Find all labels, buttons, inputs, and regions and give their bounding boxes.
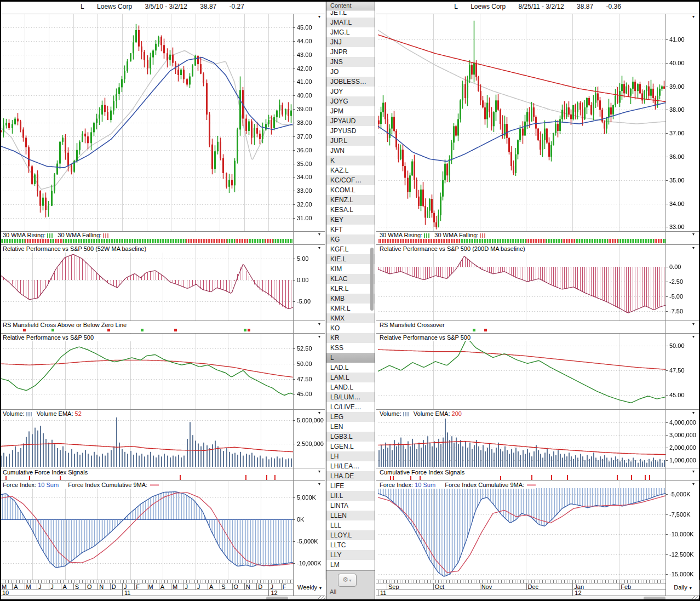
volume-chart-weekly[interactable] — [0, 409, 293, 468]
list-item[interactable]: JMG.L — [326, 27, 375, 37]
list-item[interactable]: JO — [326, 67, 375, 77]
list-item[interactable]: LAND.L — [326, 382, 375, 392]
list-item[interactable]: JPYUSD — [326, 126, 375, 136]
panel-menu-icon[interactable]: ▾ — [318, 232, 320, 237]
list-item[interactable]: LLTC — [326, 540, 375, 550]
list-item[interactable]: LAD.L — [326, 363, 375, 373]
panel-menu-icon[interactable]: ▾ — [692, 335, 695, 339]
panel-menu-icon[interactable]: ▾ — [318, 15, 320, 19]
price-chart-weekly[interactable] — [0, 14, 293, 231]
list-item[interactable]: LLL — [326, 520, 375, 530]
list-item[interactable]: LGEN.L — [326, 442, 375, 451]
axis-tick — [293, 563, 295, 564]
force-index-label: Force Index: — [380, 482, 413, 488]
list-item[interactable]: LEN — [326, 422, 375, 432]
list-item[interactable]: KENZ.L — [326, 195, 375, 205]
list-item[interactable]: KAZ.L — [326, 165, 375, 175]
force-sum-label: 10 Sum — [415, 482, 435, 488]
rs-chart-weekly[interactable] — [0, 333, 293, 409]
list-item[interactable]: LLY — [326, 550, 375, 560]
list-item[interactable]: JOYG — [326, 96, 375, 106]
axis-label: 5,000K — [297, 494, 316, 501]
list-item[interactable]: LII.L — [326, 491, 375, 501]
list-item[interactable]: KFT — [326, 225, 375, 234]
panel-menu-icon[interactable]: ▾ — [692, 232, 695, 237]
list-item[interactable]: JUP.L — [326, 136, 375, 146]
list-item-selected[interactable]: L — [326, 353, 375, 363]
panel-menu-icon[interactable]: ▾ — [318, 246, 320, 250]
list-item[interactable]: LB/LUM… — [326, 392, 375, 402]
list-item[interactable]: JPM — [326, 106, 375, 116]
list-item[interactable]: JOBLESS… — [326, 77, 375, 87]
list-item[interactable]: LEG — [326, 412, 375, 422]
rs-baseline-chart-weekly[interactable] — [0, 244, 293, 320]
list-item[interactable]: KO — [326, 323, 375, 333]
timeframe-selector-daily[interactable]: Daily▾ — [665, 580, 699, 596]
list-item[interactable]: KESA.L — [326, 205, 375, 215]
axis-label: 2,500,000 — [297, 440, 324, 447]
list-item[interactable]: JET.L — [326, 11, 375, 18]
list-item[interactable]: LINTA — [326, 501, 375, 511]
panel-menu-icon[interactable]: ▾ — [692, 15, 695, 19]
panel-menu-icon[interactable]: ▾ — [692, 470, 695, 474]
list-item[interactable]: JMAT.L — [326, 18, 375, 27]
axis-label: 34.00 — [669, 201, 685, 207]
list-item[interactable]: JOY — [326, 87, 375, 96]
rs-chart-daily[interactable] — [378, 333, 665, 409]
list-item[interactable]: KEY — [326, 215, 375, 225]
force-index-chart-daily[interactable] — [378, 480, 665, 580]
list-item[interactable]: KLAC — [326, 274, 375, 284]
list-item[interactable]: LH/LEA… — [326, 461, 375, 471]
list-item[interactable]: LGB3.L — [326, 432, 375, 442]
rs-baseline-chart-daily[interactable] — [378, 244, 665, 320]
list-item[interactable]: KG — [326, 234, 375, 244]
list-item[interactable]: JNJ — [326, 37, 375, 47]
list-item[interactable]: KIE.L — [326, 254, 375, 264]
list-item[interactable]: LLEN — [326, 511, 375, 520]
list-scroll-thumb[interactable] — [370, 248, 374, 311]
list-item[interactable]: JNS — [326, 57, 375, 67]
panel-menu-icon[interactable]: ▾ — [318, 322, 320, 327]
list-item[interactable]: LIFE — [326, 481, 375, 491]
list-item[interactable]: KMX — [326, 313, 375, 323]
list-item[interactable]: KLR.L — [326, 284, 375, 294]
panel-menu-icon[interactable]: ▾ — [318, 411, 320, 415]
panel-menu-icon[interactable]: ▾ — [692, 411, 695, 415]
list-item[interactable]: LLOY.L — [326, 530, 375, 540]
list-item[interactable]: JNPR — [326, 47, 375, 57]
list-item[interactable]: KIM — [326, 264, 375, 274]
panel-title: Cumulative Force Index Signals — [1, 469, 145, 476]
list-item[interactable]: JWN — [326, 146, 375, 156]
panel-menu-icon[interactable]: ▾ — [318, 335, 320, 339]
axis-label: 41.00 — [669, 36, 685, 43]
list-item[interactable]: KCOM.L — [326, 185, 375, 195]
list-item[interactable]: KMB — [326, 294, 375, 304]
list-item[interactable]: LM — [326, 560, 375, 570]
list-item[interactable]: LAM.L — [326, 373, 375, 382]
timeframe-selector-weekly[interactable]: Weekly▾ — [293, 580, 325, 596]
panel-menu-icon[interactable]: ▾ — [692, 246, 695, 250]
wma-rising-label: 30 WMA Rising: — [380, 232, 422, 238]
list-item[interactable]: KR — [326, 333, 375, 343]
list-item[interactable]: K — [326, 156, 375, 165]
panel-menu-icon[interactable]: ▾ — [318, 470, 320, 474]
price-chart-daily[interactable] — [378, 14, 665, 231]
panel-menu-icon[interactable]: ▾ — [692, 482, 695, 486]
force-index-chart-weekly[interactable] — [0, 480, 293, 580]
panel-menu-icon[interactable]: ▾ — [318, 482, 320, 486]
list-item[interactable]: LH — [326, 451, 375, 461]
volume-chart-daily[interactable] — [378, 409, 665, 468]
list-item[interactable]: KC/COF… — [326, 175, 375, 185]
list-item[interactable]: KSS — [326, 343, 375, 353]
list-item[interactable]: LC/LIVE… — [326, 402, 375, 412]
list-item[interactable]: LHA.DE — [326, 471, 375, 481]
axis-label: 50.00 — [669, 342, 685, 349]
list-item[interactable]: JPYAUD — [326, 116, 375, 126]
volume-legend: Volume: Volume EMA: 52 — [1, 410, 82, 417]
list-item[interactable]: KGF.L — [326, 244, 375, 254]
panel-menu-icon[interactable]: ▾ — [692, 322, 695, 327]
content-list-header[interactable]: Content — [326, 1, 375, 10]
gear-button[interactable]: ⚙▼ — [338, 574, 357, 587]
axis-label: 33.00 — [297, 187, 312, 194]
list-item[interactable]: KMR.L — [326, 304, 375, 313]
